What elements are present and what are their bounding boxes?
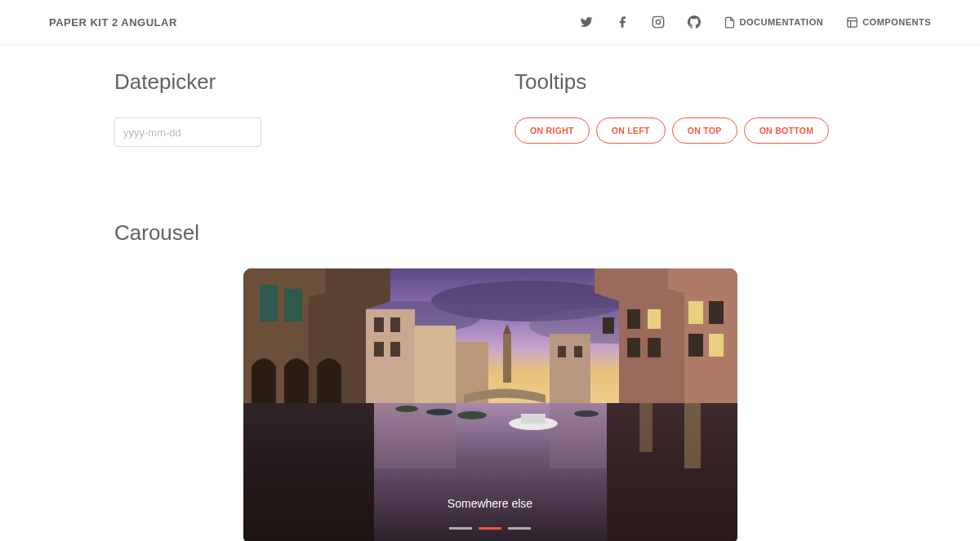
tooltip-buttons: ON RIGHT ON LEFT ON TOP ON BOTTOM	[514, 118, 866, 144]
svg-rect-20	[390, 317, 400, 332]
svg-rect-3	[848, 17, 857, 26]
tooltips-section: Tooltips ON RIGHT ON LEFT ON TOP ON BOTT…	[514, 69, 866, 147]
tooltip-right-button[interactable]: ON RIGHT	[514, 118, 590, 144]
svg-rect-31	[688, 334, 703, 357]
svg-rect-17	[284, 289, 302, 321]
carousel-indicators	[243, 527, 737, 530]
twitter-icon[interactable]	[580, 16, 593, 29]
file-icon	[724, 16, 736, 29]
svg-rect-22	[390, 342, 400, 357]
carousel-section: Carousel	[114, 220, 866, 541]
svg-rect-43	[607, 403, 737, 541]
svg-rect-47	[639, 403, 653, 452]
svg-rect-37	[603, 317, 614, 334]
carousel-indicator-2[interactable]	[508, 527, 531, 530]
components-link[interactable]: COMPONENTS	[846, 16, 931, 29]
row-1: Datepicker Tooltips ON RIGHT ON LEFT ON …	[114, 69, 866, 147]
components-label: COMPONENTS	[862, 17, 931, 27]
svg-point-53	[574, 410, 599, 417]
documentation-link[interactable]: DOCUMENTATION	[724, 16, 824, 29]
brand[interactable]: PAPER KIT 2 ANGULAR	[49, 16, 177, 29]
svg-rect-30	[709, 301, 724, 324]
svg-rect-0	[653, 16, 663, 27]
svg-rect-33	[627, 309, 640, 329]
tooltip-top-button[interactable]: ON TOP	[672, 118, 737, 144]
github-icon[interactable]	[688, 16, 701, 29]
datepicker-input[interactable]	[123, 126, 261, 139]
svg-point-51	[426, 409, 452, 415]
carousel-caption: Somewhere else	[243, 497, 737, 510]
carousel-title: Carousel	[114, 220, 866, 246]
svg-rect-38	[550, 334, 590, 403]
svg-rect-23	[415, 326, 456, 403]
carousel-indicator-0[interactable]	[449, 527, 472, 530]
datepicker-input-group[interactable]	[114, 118, 261, 147]
svg-rect-21	[374, 342, 384, 357]
svg-rect-19	[374, 317, 384, 332]
svg-point-52	[395, 406, 418, 412]
svg-point-2	[660, 19, 662, 20]
svg-rect-34	[648, 309, 661, 329]
datepicker-section: Datepicker	[114, 69, 466, 147]
svg-rect-35	[627, 338, 640, 357]
main-container: Datepicker Tooltips ON RIGHT ON LEFT ON …	[114, 45, 866, 541]
documentation-label: DOCUMENTATION	[740, 17, 824, 27]
instagram-icon[interactable]	[652, 16, 665, 29]
carousel-indicator-1[interactable]	[479, 527, 501, 530]
svg-rect-39	[558, 346, 566, 357]
svg-rect-16	[260, 285, 278, 321]
svg-rect-49	[521, 414, 546, 423]
svg-rect-40	[574, 346, 582, 357]
svg-point-50	[457, 411, 487, 419]
tooltip-bottom-button[interactable]: ON BOTTOM	[744, 118, 830, 144]
svg-rect-46	[684, 403, 701, 468]
carousel[interactable]: Somewhere else	[243, 268, 737, 541]
svg-rect-42	[243, 403, 374, 541]
svg-rect-32	[709, 334, 724, 357]
svg-rect-25	[503, 334, 511, 383]
tooltips-title: Tooltips	[514, 69, 866, 95]
navbar: PAPER KIT 2 ANGULAR DOCUMENTATION COMPON…	[0, 0, 980, 45]
svg-rect-36	[648, 338, 661, 357]
layout-icon	[846, 16, 858, 29]
tooltip-left-button[interactable]: ON LEFT	[596, 118, 666, 144]
facebook-icon[interactable]	[616, 16, 629, 29]
nav-right: DOCUMENTATION COMPONENTS	[580, 16, 931, 29]
svg-rect-29	[688, 301, 703, 324]
datepicker-title: Datepicker	[114, 69, 466, 95]
svg-point-1	[656, 20, 660, 24]
